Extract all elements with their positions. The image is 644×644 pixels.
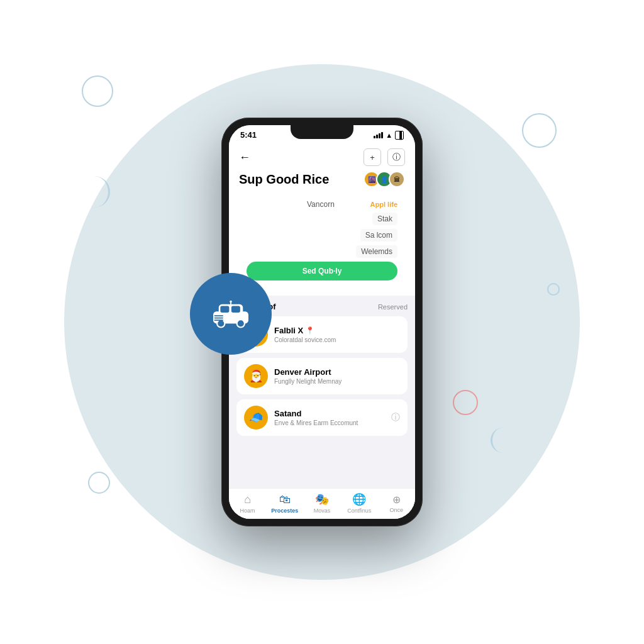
service-name-3: Satand [274, 409, 400, 418]
deco-circle-4 [88, 472, 110, 494]
phone-mockup: 5:41 ▲ ▐ ← [221, 118, 423, 526]
car-item-2: Sa lcom [360, 229, 397, 242]
title-row: Sup Good Rice 🌆 👤 🏛 [239, 171, 405, 187]
contfinus-icon: 🌐 [352, 492, 366, 506]
contfinus-label: Contfinus [347, 508, 371, 514]
reserved-badge: Reserved [378, 303, 408, 311]
procestes-icon: 🛍 [279, 493, 291, 506]
car-info-row: Vancorn Appl life Stak Sa lcom [247, 200, 397, 258]
notch [291, 125, 353, 139]
car-circle-badge [190, 273, 272, 355]
nav-item-procestes[interactable]: 🛍 Procestes [269, 493, 301, 514]
deco-circle-6 [547, 283, 560, 296]
svg-point-3 [237, 319, 245, 327]
movas-label: Movas [314, 508, 331, 514]
nav-row: ← + ⓘ [239, 148, 405, 166]
info-icon-card-3[interactable]: ⓘ [391, 412, 400, 423]
svg-rect-5 [231, 306, 240, 313]
service-card-2[interactable]: 🎅 Denver Airport Funglly Nelight Memnay [236, 358, 408, 394]
procestes-label: Procestes [271, 508, 298, 514]
service-info-2: Denver Airport Funglly Nelight Memnay [274, 367, 400, 385]
service-sub-2: Funglly Nelight Memnay [274, 378, 400, 385]
car-item-3: Welemds [356, 245, 397, 258]
car-svg [209, 297, 253, 331]
battery-icon: ▐ [395, 131, 404, 140]
home-icon: ⌂ [244, 493, 251, 506]
deco-circle-3 [522, 113, 557, 148]
status-icons: ▲ ▐ [374, 131, 404, 140]
home-label: Hoam [240, 508, 255, 514]
info-button[interactable]: ⓘ [387, 148, 405, 166]
svg-point-10 [230, 300, 232, 303]
wifi-icon: ▲ [386, 131, 392, 139]
svg-rect-4 [220, 306, 229, 313]
status-time: 5:41 [240, 130, 257, 140]
status-bar: 5:41 ▲ ▐ [229, 125, 415, 142]
location-name: Vancorn [307, 200, 335, 209]
nav-item-home[interactable]: ⌂ Hoam [232, 493, 264, 514]
nav-item-movas[interactable]: 🎭 Movas [306, 492, 338, 514]
service-card-3[interactable]: 🧢 Satand Enve & Mires Earm Eccomunt ⓘ [236, 399, 408, 436]
top-card: ← + ⓘ Sup Good Rice 🌆 👤 🏛 [229, 142, 415, 296]
car-item-1: Stak [372, 213, 397, 225]
nav-item-contfinus[interactable]: 🌐 Contfinus [343, 492, 375, 514]
service-name-1: Falbli X 📍 [274, 326, 400, 335]
service-avatar-3: 🧢 [244, 406, 268, 430]
svg-point-2 [217, 319, 225, 327]
car-detail-col: Vancorn Appl life Stak Sa lcom [307, 200, 397, 258]
group-title: Sup Good Rice [239, 172, 329, 187]
pin-icon-1: 📍 [306, 326, 314, 335]
service-info-1: Falbli X 📍 Coloratdal sovice.com [274, 326, 400, 343]
back-button[interactable]: ← [239, 151, 250, 164]
service-sub-1: Coloratdal sovice.com [274, 336, 400, 343]
service-name-2: Denver Airport [274, 367, 400, 377]
deco-circle-1 [82, 75, 113, 107]
appl-life-text: Appl life [370, 201, 397, 208]
service-sub-3: Enve & Mires Earm Eccomunt [274, 419, 400, 426]
service-avatar-2: 🎅 [244, 364, 268, 388]
avatar-3: 🏛 [389, 171, 405, 187]
service-info-3: Satand Enve & Mires Earm Eccomunt [274, 409, 400, 426]
bottom-nav: ⌂ Hoam 🛍 Procestes 🎭 Movas 🌐 Contfinus [229, 488, 415, 519]
avatar-group: 🌆 👤 🏛 [364, 171, 405, 187]
nav-item-once[interactable]: ⊕ Once [380, 494, 412, 513]
movas-icon: 🎭 [315, 492, 329, 506]
deco-circle-2 [453, 390, 478, 415]
once-label: Once [390, 507, 404, 513]
car-section: Vancorn Appl life Stak Sa lcom [239, 194, 405, 287]
once-icon: ⊕ [392, 494, 401, 506]
nav-actions: + ⓘ [364, 148, 405, 166]
send-button[interactable]: Sed Qub·ly [247, 262, 397, 280]
signal-icon [374, 132, 383, 138]
add-button[interactable]: + [364, 148, 381, 166]
